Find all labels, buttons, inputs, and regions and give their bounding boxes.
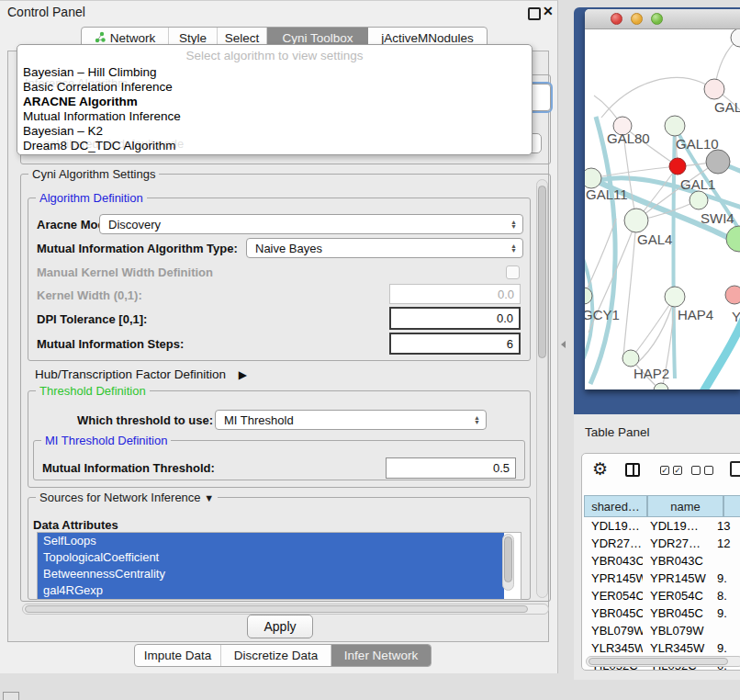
table-cell: 9. [713, 606, 740, 620]
network-window: GALGAL80GAL10GAL1GAL11SWI4GAL4GCY1HAP4YH… [585, 9, 740, 390]
cyni-mode-tabbar: Impute DataDiscretize DataInfer Network [134, 644, 432, 667]
collapsed-panel-icon[interactable] [3, 692, 19, 700]
panel-splitter-handle[interactable] [561, 341, 566, 348]
tab-infer-network[interactable]: Infer Network [331, 645, 431, 666]
table-cell: 9. [713, 641, 740, 655]
column-header-name[interactable]: name [647, 495, 723, 517]
attributes-scrollbar-thumb[interactable] [504, 536, 512, 582]
table-cell: 8. [713, 589, 740, 603]
manual-kernel-checkbox[interactable] [506, 265, 520, 279]
network-node-y[interactable] [725, 286, 740, 304]
network-node-gal4[interactable] [624, 209, 648, 232]
minimize-traffic-light[interactable] [631, 13, 643, 25]
kernel-width-field[interactable]: 0.0 [389, 284, 521, 304]
data-attributes-list[interactable]: SelfLoopsTopologicalCoefficientBetweenne… [37, 532, 521, 600]
algorithm-option[interactable]: Bayesian – K2 [23, 124, 103, 138]
table-cell: YBR043C [584, 554, 643, 568]
tab-label: Infer Network [344, 649, 418, 662]
threshold-definition-title: Threshold Definition [36, 384, 150, 398]
settings-horizontal-scrollbar[interactable] [22, 604, 549, 615]
table-panel-body: ⚙ ✓ ✓ shared…name YDL19…YDL19…13YDR27…YD… [581, 453, 740, 671]
ghost-inference-algorithm-title: Inference Algorithm [25, 76, 128, 90]
network-window-titlebar[interactable] [585, 9, 740, 29]
settings-horizontal-scrollbar-thumb[interactable] [25, 605, 528, 613]
deselect-all-checkbox-icon[interactable] [691, 466, 701, 475]
network-canvas[interactable]: GALGAL80GAL10GAL1GAL11SWI4GAL4GCY1HAP4YH… [585, 29, 740, 390]
mi-threshold-title: MI Threshold Definition [41, 434, 171, 447]
table-cell: YPR145W [643, 571, 713, 585]
close-traffic-light[interactable] [611, 13, 622, 25]
attribute-item[interactable]: TopologicalCoefficient [38, 549, 504, 566]
column-layout-icon[interactable] [625, 463, 640, 477]
table-cell: YDR27… [643, 536, 713, 550]
settings-vertical-scrollbar[interactable] [536, 179, 548, 598]
mi-type-combo[interactable]: Naive Bayes ▲▼ [246, 238, 523, 258]
table-row[interactable]: YDL19…YDL19…13 [584, 517, 740, 535]
column-header-shared…[interactable]: shared… [584, 495, 647, 517]
table-row[interactable]: YBR045CYBR045C9. [584, 604, 740, 622]
collapse-down-icon: ▼ [204, 492, 214, 503]
mi-threshold-field[interactable]: 0.5 [386, 457, 516, 479]
network-node-hap4[interactable] [665, 287, 685, 307]
mi-threshold-label: Mutual Information Threshold: [42, 461, 215, 475]
table-horizontal-scrollbar[interactable] [586, 656, 740, 667]
network-node[interactable] [654, 383, 668, 390]
aracne-mode-combo[interactable]: Discovery ▲▼ [99, 214, 523, 234]
tab-discretize-data[interactable]: Discretize Data [221, 645, 331, 666]
algorithm-definition-title: Algorithm Definition [36, 191, 147, 205]
network-node-gal11[interactable] [585, 168, 601, 188]
table-cell: 13 [713, 519, 740, 533]
sources-title[interactable]: Sources for Network Inference ▼ [36, 491, 218, 504]
column-header-hidden[interactable] [723, 495, 740, 517]
table-row[interactable]: YPR145WYPR145W9. [584, 570, 740, 587]
table-row[interactable]: YBL079WYBL079W [584, 622, 740, 639]
document-icon[interactable] [730, 461, 740, 477]
select-all-checkbox-icon[interactable]: ✓ [673, 466, 682, 475]
zoom-traffic-light[interactable] [651, 13, 663, 25]
tab-impute-data[interactable]: Impute Data [135, 645, 221, 666]
attribute-item[interactable]: SelfLoops [38, 533, 504, 549]
table-cell: YBL079W [643, 624, 713, 638]
table-panel-title: Table Panel [585, 425, 650, 439]
dpi-tolerance-field[interactable]: 0.0 [389, 307, 521, 330]
table-cell: YBR043C [643, 554, 713, 568]
table-row[interactable]: YLR345WYLR345W9. [584, 639, 740, 657]
network-node[interactable] [706, 150, 730, 174]
table-row[interactable]: YBR043CYBR043C [584, 552, 740, 570]
close-panel-icon[interactable]: ✕ [543, 4, 554, 18]
attribute-item[interactable]: BetweennessCentrality [38, 566, 504, 582]
network-node[interactable] [726, 226, 740, 252]
which-threshold-combo[interactable]: MI Threshold ▲▼ [215, 410, 487, 430]
node-label-gal4: GAL4 [637, 231, 672, 247]
algorithm-option[interactable]: Mutual Information Inference [23, 109, 181, 123]
table-cell: YBR045C [643, 606, 713, 620]
hub-definition-toggle[interactable]: Hub/Transcription Factor Definition ▶ [35, 367, 247, 381]
node-label-gal: GAL [714, 99, 740, 115]
attribute-item[interactable]: gal4RGexp [38, 582, 504, 599]
algorithm-option[interactable]: ARACNE Algorithm [23, 95, 138, 108]
table-row[interactable]: YER054CYER054C8. [584, 587, 740, 604]
manual-kernel-label: Manual Kernel Width Definition [37, 265, 213, 279]
network-node-hap2[interactable] [622, 350, 639, 367]
settings-vertical-scrollbar-thumb[interactable] [538, 186, 546, 358]
float-panel-icon[interactable] [528, 7, 541, 20]
table-horizontal-scrollbar-thumb[interactable] [589, 658, 728, 665]
network-node-swi4[interactable] [690, 191, 708, 209]
network-node-gal[interactable] [704, 79, 724, 99]
node-label-hap2: HAP2 [633, 366, 669, 381]
which-threshold-label: Which threshold to use: [77, 413, 213, 427]
expand-right-icon: ▶ [239, 368, 247, 381]
network-node-gal10[interactable] [665, 116, 685, 136]
mi-steps-field[interactable]: 6 [389, 333, 521, 355]
network-node-gal1[interactable] [669, 158, 686, 175]
table-row[interactable]: YDR27…YDR27…12 [584, 535, 740, 552]
gear-icon[interactable]: ⚙ [592, 460, 608, 478]
attributes-scrollbar[interactable] [502, 534, 514, 591]
apply-button[interactable]: Apply [247, 615, 313, 638]
table-cell: YDR27… [584, 536, 643, 550]
deselect-all-checkbox-icon[interactable] [704, 466, 713, 475]
select-all-checkbox-icon[interactable]: ✓ [660, 466, 669, 475]
table-cell: YDL19… [643, 519, 713, 533]
stepper-arrows-icon: ▲▼ [474, 415, 480, 424]
table-cell: YBL079W [584, 624, 643, 638]
